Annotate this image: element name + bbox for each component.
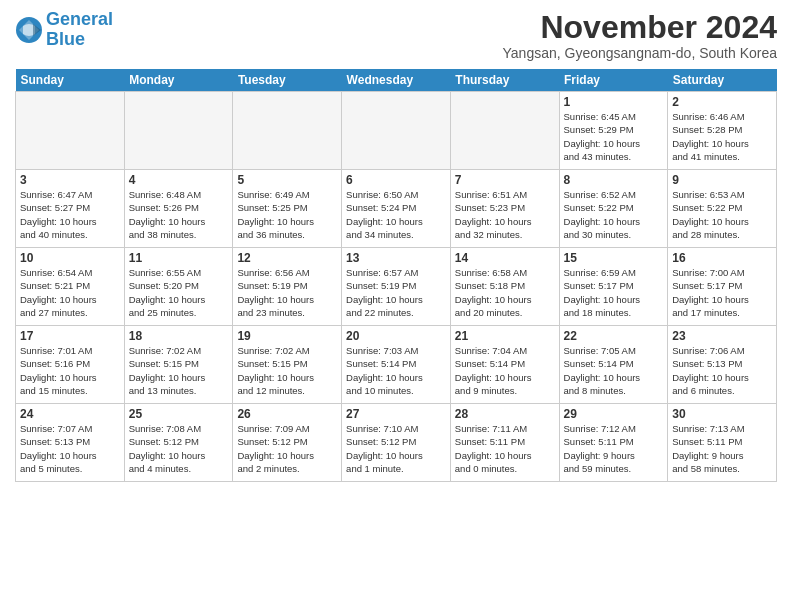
day-number: 26: [237, 407, 337, 421]
day-info: Sunrise: 7:10 AMSunset: 5:12 PMDaylight:…: [346, 422, 446, 475]
day-info-line: Sunset: 5:13 PM: [672, 358, 742, 369]
day-info-line: Daylight: 10 hours: [129, 294, 206, 305]
day-info-line: Sunset: 5:11 PM: [564, 436, 634, 447]
day-info-line: Sunrise: 6:48 AM: [129, 189, 201, 200]
day-info-line: Sunrise: 7:02 AM: [237, 345, 309, 356]
day-info: Sunrise: 6:56 AMSunset: 5:19 PMDaylight:…: [237, 266, 337, 319]
day-info-line: Daylight: 10 hours: [564, 216, 641, 227]
day-info-line: and 4 minutes.: [129, 463, 191, 474]
logo-text: General Blue: [46, 10, 113, 50]
day-info-line: Daylight: 10 hours: [455, 294, 532, 305]
day-number: 8: [564, 173, 664, 187]
day-info-line: Daylight: 10 hours: [564, 294, 641, 305]
day-info-line: Daylight: 10 hours: [672, 138, 749, 149]
weekday-header-sunday: Sunday: [16, 69, 125, 92]
calendar-cell: 24Sunrise: 7:07 AMSunset: 5:13 PMDayligh…: [16, 404, 125, 482]
day-info: Sunrise: 6:58 AMSunset: 5:18 PMDaylight:…: [455, 266, 555, 319]
day-info-line: and 6 minutes.: [672, 385, 734, 396]
calendar-cell: [342, 92, 451, 170]
day-info-line: and 0 minutes.: [455, 463, 517, 474]
day-info-line: and 25 minutes.: [129, 307, 197, 318]
calendar-cell: 19Sunrise: 7:02 AMSunset: 5:15 PMDayligh…: [233, 326, 342, 404]
day-info: Sunrise: 6:46 AMSunset: 5:28 PMDaylight:…: [672, 110, 772, 163]
day-number: 19: [237, 329, 337, 343]
day-info: Sunrise: 6:54 AMSunset: 5:21 PMDaylight:…: [20, 266, 120, 319]
day-info: Sunrise: 7:11 AMSunset: 5:11 PMDaylight:…: [455, 422, 555, 475]
day-info-line: Sunset: 5:11 PM: [672, 436, 742, 447]
weekday-header-monday: Monday: [124, 69, 233, 92]
day-number: 25: [129, 407, 229, 421]
day-info-line: Daylight: 10 hours: [455, 450, 532, 461]
day-number: 9: [672, 173, 772, 187]
day-info-line: and 27 minutes.: [20, 307, 88, 318]
calendar-cell: 3Sunrise: 6:47 AMSunset: 5:27 PMDaylight…: [16, 170, 125, 248]
day-info-line: Sunrise: 6:47 AM: [20, 189, 92, 200]
day-number: 24: [20, 407, 120, 421]
day-info-line: Daylight: 10 hours: [346, 294, 423, 305]
day-info-line: Sunset: 5:20 PM: [129, 280, 199, 291]
day-info-line: and 5 minutes.: [20, 463, 82, 474]
day-info: Sunrise: 7:01 AMSunset: 5:16 PMDaylight:…: [20, 344, 120, 397]
day-info-line: Daylight: 10 hours: [346, 450, 423, 461]
day-number: 5: [237, 173, 337, 187]
day-info-line: Sunset: 5:22 PM: [672, 202, 742, 213]
day-info: Sunrise: 7:09 AMSunset: 5:12 PMDaylight:…: [237, 422, 337, 475]
calendar-cell: 13Sunrise: 6:57 AMSunset: 5:19 PMDayligh…: [342, 248, 451, 326]
day-info: Sunrise: 7:00 AMSunset: 5:17 PMDaylight:…: [672, 266, 772, 319]
calendar-week-5: 24Sunrise: 7:07 AMSunset: 5:13 PMDayligh…: [16, 404, 777, 482]
day-info-line: Sunset: 5:16 PM: [20, 358, 90, 369]
day-info-line: Sunrise: 6:59 AM: [564, 267, 636, 278]
calendar-cell: 20Sunrise: 7:03 AMSunset: 5:14 PMDayligh…: [342, 326, 451, 404]
day-info: Sunrise: 7:02 AMSunset: 5:15 PMDaylight:…: [129, 344, 229, 397]
day-info-line: Sunrise: 7:04 AM: [455, 345, 527, 356]
day-info-line: Sunrise: 6:51 AM: [455, 189, 527, 200]
day-info-line: Daylight: 10 hours: [129, 372, 206, 383]
day-info-line: Sunrise: 6:46 AM: [672, 111, 744, 122]
day-info-line: and 1 minute.: [346, 463, 404, 474]
day-info-line: Sunrise: 6:56 AM: [237, 267, 309, 278]
day-info-line: Daylight: 10 hours: [564, 138, 641, 149]
calendar-cell: 23Sunrise: 7:06 AMSunset: 5:13 PMDayligh…: [668, 326, 777, 404]
day-info-line: Sunrise: 7:02 AM: [129, 345, 201, 356]
calendar-cell: [124, 92, 233, 170]
day-info-line: Sunrise: 7:12 AM: [564, 423, 636, 434]
day-number: 10: [20, 251, 120, 265]
day-info-line: Daylight: 10 hours: [237, 372, 314, 383]
weekday-header-thursday: Thursday: [450, 69, 559, 92]
day-number: 30: [672, 407, 772, 421]
day-info-line: Daylight: 10 hours: [672, 372, 749, 383]
day-info-line: Sunrise: 6:55 AM: [129, 267, 201, 278]
calendar-cell: 14Sunrise: 6:58 AMSunset: 5:18 PMDayligh…: [450, 248, 559, 326]
calendar-cell: 16Sunrise: 7:00 AMSunset: 5:17 PMDayligh…: [668, 248, 777, 326]
day-info-line: and 2 minutes.: [237, 463, 299, 474]
day-info-line: and 10 minutes.: [346, 385, 414, 396]
day-info-line: Sunset: 5:14 PM: [564, 358, 634, 369]
calendar-cell: 8Sunrise: 6:52 AMSunset: 5:22 PMDaylight…: [559, 170, 668, 248]
day-info-line: Sunrise: 7:09 AM: [237, 423, 309, 434]
weekday-header-tuesday: Tuesday: [233, 69, 342, 92]
day-info: Sunrise: 6:52 AMSunset: 5:22 PMDaylight:…: [564, 188, 664, 241]
day-info-line: Daylight: 10 hours: [346, 372, 423, 383]
calendar-table: SundayMondayTuesdayWednesdayThursdayFrid…: [15, 69, 777, 482]
day-info: Sunrise: 6:55 AMSunset: 5:20 PMDaylight:…: [129, 266, 229, 319]
day-info-line: Daylight: 9 hours: [672, 450, 743, 461]
day-info-line: Sunrise: 7:03 AM: [346, 345, 418, 356]
day-info-line: Sunrise: 7:05 AM: [564, 345, 636, 356]
calendar-cell: 11Sunrise: 6:55 AMSunset: 5:20 PMDayligh…: [124, 248, 233, 326]
day-info-line: Daylight: 10 hours: [237, 294, 314, 305]
calendar-cell: 27Sunrise: 7:10 AMSunset: 5:12 PMDayligh…: [342, 404, 451, 482]
day-info-line: Sunset: 5:14 PM: [455, 358, 525, 369]
day-info-line: Daylight: 10 hours: [129, 216, 206, 227]
day-number: 3: [20, 173, 120, 187]
day-info: Sunrise: 6:45 AMSunset: 5:29 PMDaylight:…: [564, 110, 664, 163]
day-info-line: Sunrise: 7:07 AM: [20, 423, 92, 434]
logo: General Blue: [15, 10, 113, 50]
weekday-header-friday: Friday: [559, 69, 668, 92]
day-info-line: Sunset: 5:15 PM: [237, 358, 307, 369]
day-info-line: Sunset: 5:13 PM: [20, 436, 90, 447]
day-info-line: Sunrise: 7:13 AM: [672, 423, 744, 434]
day-info-line: Sunset: 5:17 PM: [564, 280, 634, 291]
day-number: 29: [564, 407, 664, 421]
day-number: 11: [129, 251, 229, 265]
calendar-cell: 22Sunrise: 7:05 AMSunset: 5:14 PMDayligh…: [559, 326, 668, 404]
